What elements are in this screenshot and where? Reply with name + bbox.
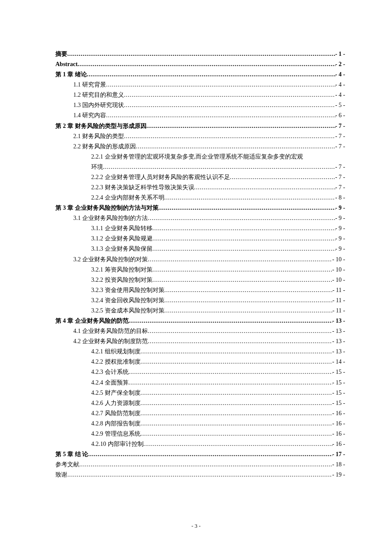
toc-dots [153, 275, 332, 285]
toc-entry-label: 4.2 企业财务风险的制度防范 [73, 336, 148, 347]
toc-entry-label: 4.2.4 全面预算 [91, 378, 129, 388]
toc-dots [129, 316, 332, 326]
toc-entry-label: 2.2.1 企业财务管理的宏观环境复杂多变,而企业管理系统不能适应复杂多变的宏观 [91, 153, 303, 160]
toc-entry-page: - 9 - [335, 203, 345, 213]
toc-entry: 3.2.3 资金使用风险控制对策- 11 - [91, 285, 345, 295]
toc-dots [124, 90, 335, 100]
toc-entry-label: 4.2.9 管理信息系统 [91, 429, 141, 439]
toc-entry-page: - 2 - [335, 59, 345, 69]
toc-entry-page: - 6 - [335, 110, 345, 121]
toc-entry-page: - 7 - [335, 172, 345, 182]
toc-dots [148, 336, 332, 347]
toc-dots [67, 470, 332, 480]
toc-entry-label: 4.2.10 内部审计控制 [91, 439, 144, 449]
toc-entry-page: - 4 - [335, 80, 345, 90]
toc-entry-label: 2.1 财务风险的类型 [73, 131, 124, 142]
toc-dots [144, 439, 332, 449]
toc-entry: 第 5 章 结 论- 17 - [55, 449, 345, 460]
toc-dots [153, 234, 335, 244]
toc-dots [230, 172, 335, 182]
toc-entry-page: - 16 - [332, 408, 345, 419]
toc-entry-page: - 7 - [335, 142, 345, 152]
toc-entry-page: - 13 - [332, 336, 345, 347]
toc-dots [148, 326, 332, 336]
toc-entry-label: 3.2.2 投资风险控制对策 [91, 275, 153, 285]
toc-entry: 1.2 研究目的和意义- 4 - [73, 90, 345, 100]
toc-entry-page: - 1 - [335, 49, 345, 59]
toc-dots [129, 378, 332, 388]
toc-entry-page: - 9 - [335, 223, 345, 234]
toc-entry: 4.2.5 财产保全制度- 15 - [91, 388, 345, 398]
toc-entry-page: - 18 - [332, 460, 345, 470]
toc-entry: 4.2.7 风险防范制度- 16 - [91, 408, 345, 419]
toc-entry-label: 4.2.7 风险防范制度 [91, 408, 141, 419]
toc-entry: 2.1 财务风险的类型- 7 - [73, 131, 345, 142]
toc-entry-page: - 5 - [335, 100, 345, 110]
toc-entry: 2.2.4 企业内部财务关系不明- 8 - [91, 193, 345, 203]
toc-entry-label: 环境 [91, 162, 103, 172]
toc-entry: 4.2.4 全面预算- 15 - [91, 378, 345, 388]
toc-entry-label: 4.2.6 人力资源制度 [91, 398, 141, 408]
toc-entry-page: - 17 - [332, 449, 345, 460]
toc-entry-label: 致谢 [55, 470, 67, 480]
toc-entry-page: - 9 - [335, 234, 345, 244]
page-number: - 3 - [0, 523, 392, 529]
toc-dots [141, 419, 332, 429]
toc-entry-page: - 4 - [335, 90, 345, 100]
toc-entry-label: 摘要 [55, 49, 67, 59]
toc-dots [124, 131, 335, 142]
toc-entry-label: 4.2.8 内部报告制度 [91, 419, 141, 429]
toc-entry: 4.2.6 人力资源制度- 15 - [91, 398, 345, 408]
toc-entry: 参考文献- 18 - [55, 460, 345, 470]
toc-entry-page: - 13 - [332, 326, 345, 336]
toc-entry-label: 3.2.5 资金成本风险控制对策 [91, 306, 164, 316]
toc-entry: 4.2 企业财务风险的制度防范- 13 - [73, 336, 345, 347]
toc-dots [164, 295, 333, 306]
toc-entry: 4.2.2 授权批准制度- 14 - [91, 357, 345, 367]
toc-dots [153, 223, 335, 234]
toc-dots [78, 59, 335, 69]
toc-dots [141, 398, 332, 408]
toc-entry-label: 3.1 企业财务风险控制的方法 [73, 213, 148, 223]
toc-dots [129, 367, 332, 377]
toc-entry-label: 3.2.3 资金使用风险控制对策 [91, 285, 164, 295]
toc-dots [164, 285, 333, 295]
toc-entry-label: 1.3 国内外研究现状 [73, 100, 124, 110]
toc-entry-label: 第 3 章 企业财务风险控制的方法与对策 [55, 203, 159, 213]
toc-dots [87, 69, 335, 80]
toc-entry-label: 3.2 企业财务风险控制的对策 [73, 254, 148, 265]
toc-entry-label: 4.2.5 财产保全制度 [91, 388, 141, 398]
toc-entry-page: - 9 - [335, 244, 345, 254]
toc-entry-label: 2.2.3 财务决策缺乏科学性导致决策失误 [91, 182, 194, 193]
toc-entry-label: 第 2 章 财务风险的类型与形成原因 [55, 121, 147, 131]
toc-entry-page: - 19 - [332, 470, 345, 480]
toc-entry-label: 3.2.1 筹资风险控制对策 [91, 265, 153, 275]
toc-dots [106, 110, 335, 121]
toc-entry-page: - 11 - [332, 285, 345, 295]
toc-entry-label: 4.2.1 组织规划制度 [91, 347, 141, 357]
toc-entry-page: - 13 - [332, 316, 345, 326]
toc-container: 摘要- 1 -Abstract- 2 -第 1 章 绪论- 4 -1.1 研究背… [0, 0, 392, 480]
toc-entry: 致谢- 19 - [55, 470, 345, 480]
toc-entry-wrap-line2: 环境- 7 - [91, 162, 345, 172]
toc-entry: 3.2.4 资金回收风险控制对策- 11 - [91, 295, 345, 306]
toc-entry: 4.2.1 组织规划制度- 13 - [91, 347, 345, 357]
toc-entry-page: - 7 - [335, 162, 345, 172]
toc-entry-label: 4.2.2 授权批准制度 [91, 357, 141, 367]
toc-dots [124, 100, 335, 110]
toc-entry-label: Abstract [55, 59, 78, 69]
toc-entry-label: 3.1.2 企业财务风险规避 [91, 234, 153, 244]
toc-dots [106, 80, 335, 90]
toc-entry-page: - 14 - [332, 357, 345, 367]
toc-dots [164, 306, 333, 316]
toc-entry-page: - 10 - [332, 265, 345, 275]
toc-dots [141, 408, 332, 419]
toc-entry-page: - 7 - [335, 131, 345, 142]
toc-entry-label: 2.2 财务风险的形成原因 [73, 142, 136, 152]
toc-entry-page: - 15 - [332, 367, 345, 377]
toc-entry-page: - 4 - [335, 69, 345, 80]
toc-dots [147, 121, 335, 131]
toc-entry: 3.2.1 筹资风险控制对策- 10 - [91, 265, 345, 275]
toc-dots [136, 142, 335, 152]
toc-dots [67, 49, 335, 59]
